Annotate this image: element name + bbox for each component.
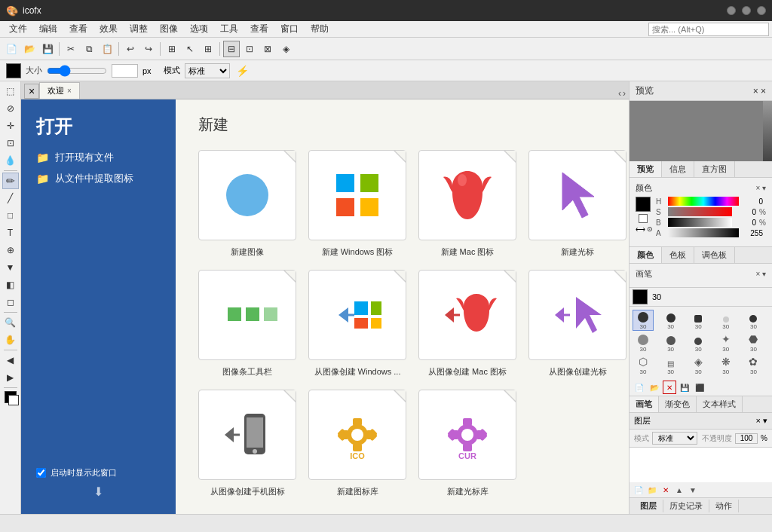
tool-hand[interactable]: ✋ xyxy=(2,332,19,348)
startup-checkbox[interactable] xyxy=(36,468,46,478)
tab-welcome-close[interactable]: × xyxy=(67,87,72,95)
new-cursor-lib-item[interactable]: CUR 新建光标库 xyxy=(418,390,516,497)
new-icon-lib-item[interactable]: ICO 新建图标库 xyxy=(308,390,406,497)
brush-new[interactable]: 📄 xyxy=(633,381,646,394)
cursor-tool[interactable]: ↖ xyxy=(182,41,198,57)
panel-close[interactable]: × xyxy=(761,86,766,96)
from-image-mac-item[interactable]: 从图像创建 Mac 图标 xyxy=(418,270,516,378)
preview-tab[interactable]: 预览 xyxy=(630,161,662,177)
brush-cell-13[interactable]: ◈30 xyxy=(688,355,709,376)
mode-single[interactable]: ⊡ xyxy=(241,41,258,57)
fg-bg-swap[interactable]: ⟷ xyxy=(636,225,645,233)
bg-color-swatch[interactable] xyxy=(639,214,648,223)
mode-grid[interactable]: ⊟ xyxy=(223,41,240,57)
brush-save[interactable]: 💾 xyxy=(678,381,691,394)
close-button[interactable]: × xyxy=(757,6,766,15)
bg-color[interactable] xyxy=(8,395,19,405)
brush-cell-8[interactable]: 30 xyxy=(688,332,709,353)
brush-delete[interactable]: ✕ xyxy=(663,381,676,394)
new-windows-item[interactable]: 新建 Windows 图标 xyxy=(308,150,406,258)
tab-prev[interactable]: ‹ xyxy=(618,88,621,99)
color-section-ctrl[interactable]: × ▾ xyxy=(755,184,766,192)
brush-cell-15[interactable]: ✿30 xyxy=(743,355,764,376)
menu-edit[interactable]: 编辑 xyxy=(33,21,63,37)
brush-tab-text[interactable]: 文本样式 xyxy=(697,396,743,412)
from-image-cursor-item[interactable]: 从图像创建光标 xyxy=(528,270,626,378)
brush-tab-brush[interactable]: 画笔 xyxy=(630,396,659,412)
layers-btn[interactable]: ◈ xyxy=(277,41,294,57)
tool-next[interactable]: ▶ xyxy=(2,369,19,386)
brush-options-btn[interactable]: ⚡ xyxy=(234,63,251,79)
brush-tab-gradient[interactable]: 渐变色 xyxy=(659,396,697,412)
tool-brush[interactable]: ✏ xyxy=(2,173,19,189)
bottom-tab-history[interactable]: 历史记录 xyxy=(663,500,709,512)
layers-expand[interactable]: × ▾ xyxy=(756,416,767,426)
search-input[interactable] xyxy=(648,23,769,36)
transform-btn[interactable]: ⊞ xyxy=(164,41,180,57)
menu-effects[interactable]: 效果 xyxy=(93,21,124,37)
tool-fill[interactable]: ▼ xyxy=(2,259,19,276)
brush-cell-5[interactable]: 30 xyxy=(743,310,764,331)
color-swatch[interactable] xyxy=(6,63,21,78)
brush-cell-7[interactable]: 30 xyxy=(660,332,682,353)
brush-cell-10[interactable]: ⬣30 xyxy=(743,332,764,353)
tool-text[interactable]: T xyxy=(2,225,19,241)
info-tab[interactable]: 信息 xyxy=(662,161,694,177)
layer-folder[interactable]: 📁 xyxy=(646,484,658,496)
new-btn[interactable]: 📄 xyxy=(3,41,20,57)
copy-btn[interactable]: ⧉ xyxy=(81,41,97,57)
tool-stamp[interactable]: ⊕ xyxy=(2,242,19,258)
mode-select[interactable]: 标准 xyxy=(185,63,230,78)
menu-file[interactable]: 文件 xyxy=(3,21,33,37)
menu-view1[interactable]: 查看 xyxy=(63,21,93,37)
from-image-mobile-item[interactable]: 从图像创建手机图标 xyxy=(198,390,296,497)
fg-color[interactable] xyxy=(5,391,17,403)
tab-next[interactable]: › xyxy=(623,88,626,99)
brush-cell-12[interactable]: ▤30 xyxy=(660,355,682,376)
brush-section-ctrl[interactable]: × ▾ xyxy=(755,270,766,278)
tool-select-rect[interactable]: ⬚ xyxy=(2,83,19,99)
tool-prev[interactable]: ◀ xyxy=(2,352,19,368)
open-existing-btn[interactable]: 📁 打开现有文件 xyxy=(36,151,161,164)
undo-btn[interactable]: ↩ xyxy=(122,41,139,57)
menu-help[interactable]: 帮助 xyxy=(305,21,335,37)
palette-tab[interactable]: 调色板 xyxy=(694,247,735,263)
open-btn[interactable]: 📂 xyxy=(21,41,38,57)
tool-select-free[interactable]: ⊘ xyxy=(2,100,19,117)
startup-checkbox-container[interactable]: 启动时显示此窗口 xyxy=(36,467,161,478)
maximize-button[interactable]: □ xyxy=(742,6,751,15)
brush-cell-4[interactable]: 30 xyxy=(715,310,737,331)
new-cursor-item[interactable]: 新建光标 xyxy=(528,150,626,258)
tool-zoom[interactable]: 🔍 xyxy=(2,314,19,331)
colors-tab[interactable]: 颜色 xyxy=(630,247,662,263)
bottom-tab-actions[interactable]: 动作 xyxy=(709,500,739,512)
tool-move[interactable]: ✛ xyxy=(2,118,19,134)
menu-adjust[interactable]: 调整 xyxy=(124,21,154,37)
tool-line[interactable]: ╱ xyxy=(2,190,19,206)
layer-down[interactable]: ▼ xyxy=(687,484,699,496)
minimize-button[interactable]: ─ xyxy=(727,6,736,15)
cut-btn[interactable]: ✂ xyxy=(63,41,79,57)
paste-btn[interactable]: 📋 xyxy=(99,41,115,57)
brush-cell-2[interactable]: 30 xyxy=(660,310,682,331)
grid-btn[interactable]: ⊞ xyxy=(200,41,216,57)
brush-cell-3[interactable]: 30 xyxy=(688,310,709,331)
extract-icon-btn[interactable]: 📁 从文件中提取图标 xyxy=(36,172,161,185)
panel-pin[interactable]: × xyxy=(753,86,758,96)
from-image-windows-item[interactable]: 从图像创建 Windows ... xyxy=(308,270,406,378)
size-input[interactable]: 50 xyxy=(112,64,138,78)
bottom-tab-layers[interactable]: 图层 xyxy=(634,500,663,512)
tool-eraser[interactable]: ◻ xyxy=(2,294,19,310)
save-btn[interactable]: 💾 xyxy=(39,41,56,57)
tool-eyedrop[interactable]: 💧 xyxy=(2,152,19,169)
image-toolbar-item[interactable]: 图像条工具栏 xyxy=(198,270,296,378)
brush-cell-14[interactable]: ❋30 xyxy=(715,355,737,376)
brush-export[interactable]: ⬛ xyxy=(693,381,706,394)
menu-image[interactable]: 图像 xyxy=(154,21,184,37)
tool-gradient[interactable]: ◧ xyxy=(2,277,19,293)
brush-cell-1[interactable]: 30 xyxy=(633,310,654,331)
menu-select[interactable]: 选项 xyxy=(184,21,214,37)
brush-cell-9[interactable]: ✦30 xyxy=(715,332,737,353)
mode-multi[interactable]: ⊠ xyxy=(259,41,276,57)
brush-open[interactable]: 📂 xyxy=(648,381,661,394)
